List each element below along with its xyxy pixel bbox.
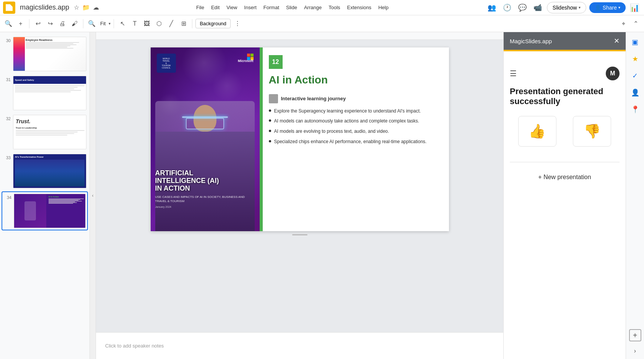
speaker-notes-placeholder: Click to add speaker notes [105,343,164,349]
separator-1 [29,19,29,28]
thumbs-down-btn[interactable]: 👎 [573,116,611,147]
slide-canvas[interactable]: WORLDTRAVEL&TOURISMCOUNCIL Microsoft [151,47,449,231]
menu-items: File Edit View Insert Format Slide Arran… [193,3,392,12]
magic-panel-body: ☰ M Presentation generated successfully … [504,59,626,359]
slides-icon[interactable]: ▣ [628,35,642,49]
slide-item-31[interactable]: 31 Speed and Safety [2,74,88,112]
zoom-select[interactable]: Fit [99,21,107,26]
canvas-scroll[interactable]: WORLDTRAVEL&TOURISMCOUNCIL Microsoft [96,40,503,332]
menu-edit[interactable]: Edit [208,3,223,12]
microsoft-label: Microsoft [238,59,254,63]
bullet-item-3: AI models are evolving to process text, … [269,128,440,135]
line-btn[interactable]: ╱ [166,18,177,29]
ruler [96,32,503,40]
section-header: Interactive learning journey [269,94,440,103]
menu-format[interactable]: Format [260,3,282,12]
slide-right-panel: 12 AI in Action Interactive learning jou… [260,47,449,231]
cloud-icon[interactable]: ☁ [93,4,99,11]
bullet-dot-4 [269,140,271,142]
slide-item-30[interactable]: 30 Employee Readiness [2,35,88,73]
image-btn[interactable]: 🖼 [141,18,152,29]
speaker-notes[interactable]: Click to add speaker notes [96,332,503,359]
more-options-btn[interactable]: ⋮ [232,18,243,29]
toolbar: 🔍 + ↩ ↪ 🖨 🖌 🔍 Fit ▾ ↖ T 🖼 ⬡ ╱ ⊞ Backgrou… [0,15,644,32]
thumbs-up-btn[interactable]: 👍 [518,116,556,147]
star-right-icon[interactable]: ★ [628,52,642,66]
comments-icon[interactable]: 💬 [516,2,529,14]
collapse-panel-btn[interactable]: ⌃ [630,18,641,29]
share-label: Share [603,5,617,11]
collapse-slides-btn[interactable]: ‹ [90,32,96,359]
text-btn[interactable]: T [129,18,140,29]
new-presentation-button[interactable]: + New presentation [530,170,598,184]
magic-panel-header: MagicSlides.app ✕ [504,32,626,50]
folder-icon[interactable]: 📁 [82,4,90,11]
overlay-subtitle: USE CASES AND IMPACTS OF AI IN SOCIETY, … [155,195,255,203]
magic-menu-icon[interactable]: ☰ [510,69,517,78]
undo-btn[interactable]: ↩ [33,18,43,29]
map-icon[interactable]: 📍 [628,103,642,116]
slide-number-32: 32 [3,115,11,121]
slide-thumb-30: Employee Readiness [13,37,86,71]
slide-number-badge: 12 [269,55,283,69]
slide-left-image: WORLDTRAVEL&TOURISMCOUNCIL Microsoft [151,47,260,231]
menu-help[interactable]: Help [375,3,392,12]
canvas-area: WORLDTRAVEL&TOURISMCOUNCIL Microsoft [96,32,503,359]
slide-item-33[interactable]: 33 AI's Transformative Power [2,152,88,190]
far-right-chevron-btn[interactable]: › [634,348,636,354]
bullet-item-2: AI models can autonomously take actions … [269,118,440,124]
magic-slides-panel: MagicSlides.app ✕ ☰ M Presentation gener… [503,32,626,359]
menu-extensions[interactable]: Extensions [344,3,375,12]
stats-icon[interactable]: 📊 [629,2,641,14]
slide-text-overlay: ARTIFICIAL INTELLIGENCE (AI) IN ACTION U… [155,170,255,208]
person-right-icon[interactable]: 👤 [628,86,642,100]
slide-number-34: 34 [4,194,11,200]
paint-format-btn[interactable]: 🖌 [69,18,80,29]
menu-view[interactable]: View [223,3,240,12]
print-btn[interactable]: 🖨 [57,18,68,29]
green-bar [260,47,263,231]
shape-btn[interactable]: ⬡ [154,18,164,29]
title-icons: ☆ 📁 ☁ [74,4,99,11]
magic-close-btn[interactable]: ✕ [614,37,620,45]
zoom-out-btn[interactable]: 🔍 [3,18,14,29]
slideshow-button[interactable]: Slideshow ▾ [547,2,586,13]
add-btn[interactable]: ⊞ [178,18,189,29]
camera-icon[interactable]: 📹 [532,2,544,14]
collaborators-icon[interactable]: 👥 [486,2,498,14]
check-circle-icon[interactable]: ✓ [628,69,642,83]
bullet-item-1: Explore the Superagency learning experie… [269,108,440,114]
slide-thumb-34: AI in Action [14,194,86,228]
far-right-panel: ▣ ★ ✓ 👤 📍 + › [626,32,644,359]
slide-thumb-33: AI's Transformative Power [13,154,86,188]
menu-file[interactable]: File [193,3,207,12]
background-button[interactable]: Background [195,19,230,28]
slide-number-31: 31 [3,76,11,82]
far-right-plus-btn[interactable]: + [629,329,641,341]
menu-bar: magicslides.app ☆ 📁 ☁ File Edit View Ins… [0,0,644,15]
star-icon[interactable]: ☆ [74,4,79,11]
menu-slide[interactable]: Slide [283,3,300,12]
overlay-title: ARTIFICIAL INTELLIGENCE (AI) IN ACTION [155,170,255,192]
menu-tools[interactable]: Tools [325,3,343,12]
magic-top-bar [504,50,626,51]
section-title: Interactive learning journey [281,96,346,101]
slide-item-32[interactable]: 32 Trust. Trust in Leadership [2,113,88,151]
redo-btn[interactable]: ↪ [45,18,55,29]
cursor-btn[interactable]: ↖ [117,18,128,29]
share-person-icon: 👤 [595,5,601,11]
menu-insert[interactable]: Insert [241,3,260,12]
zoom-dropdown-icon[interactable]: ▾ [109,21,111,26]
slideshow-arrow: ▾ [579,5,581,10]
menu-arrange[interactable]: Arrange [301,3,325,12]
share-button[interactable]: 👤 Share ▾ [589,2,626,13]
bullet-item-4: Specialized chips enhance AI performance… [269,139,440,145]
slide-item-34[interactable]: 34 AI in Action [2,191,88,230]
magic-avatar: M [606,67,620,80]
slide-number-33: 33 [3,154,11,160]
accessibility-btn[interactable]: ⌖ [618,18,629,29]
history-icon[interactable]: 🕐 [501,2,513,14]
zoom-in-btn[interactable]: + [15,18,26,29]
wttc-logo: WORLDTRAVEL&TOURISMCOUNCIL [157,54,176,73]
zoom-search-btn[interactable]: 🔍 [86,18,97,29]
